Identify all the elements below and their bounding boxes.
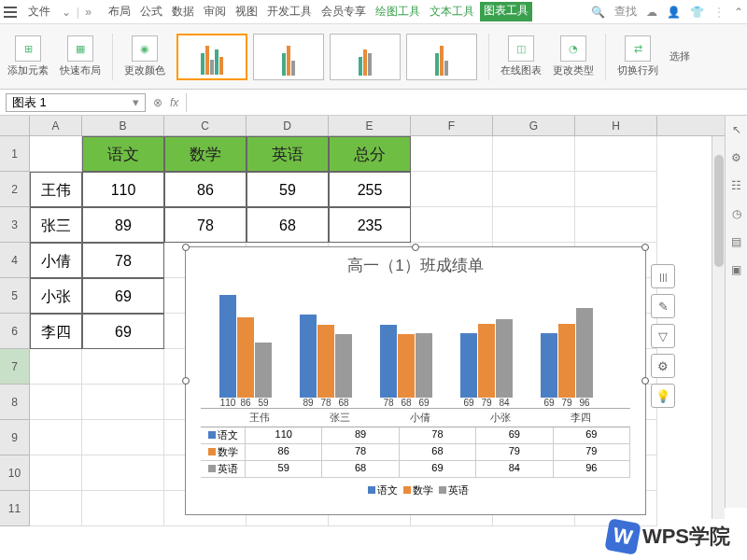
side-panel: ↖ ⚙ ☷ ◷ ▤ ▣ (725, 116, 747, 508)
embedded-chart[interactable]: 高一（1）班成绩单 110865989786878686969798469799… (185, 246, 646, 515)
chart-plot-area[interactable]: 1108659897868786869697984697996 (201, 284, 630, 409)
analysis-icon[interactable]: ▤ (729, 235, 744, 250)
chart-idea-button[interactable]: 💡 (651, 384, 675, 408)
tab-texttools[interactable]: 文本工具 (426, 2, 478, 21)
tab-layout[interactable]: 布局 (105, 2, 134, 21)
file-menu[interactable]: 文件 (22, 2, 56, 21)
select-data-button[interactable]: 选择 (669, 49, 690, 63)
search-icon[interactable]: 🔍 (591, 6, 605, 19)
tab-review[interactable]: 审阅 (200, 2, 230, 21)
chart-filter-button[interactable]: ▽ (651, 324, 675, 348)
formula-bar: 图表 1▾ ⊗ fx (0, 90, 747, 116)
chart-style-3[interactable] (330, 34, 401, 80)
swap-rowcol-button[interactable]: ⇄切换行列 (617, 35, 658, 77)
skin-icon[interactable]: 👕 (690, 6, 704, 19)
vertical-scrollbar[interactable] (712, 136, 725, 519)
quick-layout-button[interactable]: ▦快速布局 (60, 35, 101, 77)
chevron-down-icon[interactable]: ⌄ (62, 6, 71, 19)
user-icon[interactable]: 👤 (667, 6, 681, 19)
tab-drawtools[interactable]: 绘图工具 (372, 2, 424, 21)
ribbon: ⊞添加元素 ▦快速布局 ◉更改颜色 ◫在线图表 ◔更改类型 ⇄切换行列 选择 (0, 24, 747, 90)
cancel-icon[interactable]: ⊗ (153, 96, 162, 109)
chart-legend[interactable]: 语文数学英语 (186, 480, 645, 501)
online-chart-button[interactable]: ◫在线图表 (500, 35, 542, 77)
chart-settings-button[interactable]: ⚙ (651, 354, 675, 378)
tab-formula[interactable]: 公式 (136, 2, 166, 21)
change-colors-button[interactable]: ◉更改颜色 (124, 35, 165, 77)
row-headers[interactable]: 1234567891011 (0, 136, 30, 526)
properties-icon[interactable]: ☷ (729, 179, 744, 194)
collapse-icon[interactable]: ⌃ (734, 6, 743, 19)
chart-elements-button[interactable]: ⫼ (651, 264, 675, 288)
wps-watermark: WWPS学院 (607, 521, 730, 553)
add-element-button[interactable]: ⊞添加元素 (7, 35, 49, 77)
chart-float-buttons: ⫼ ✎ ▽ ⚙ 💡 (651, 264, 675, 408)
chart-data-table: 语文11089786969数学8678687979英语5968698496 (201, 427, 630, 478)
settings-icon[interactable]: ⚙ (729, 151, 744, 166)
search-label[interactable]: 查找 (614, 4, 637, 20)
tab-member[interactable]: 会员专享 (317, 2, 370, 21)
chart-styles-button[interactable]: ✎ (651, 294, 675, 318)
cloud-icon[interactable]: ☁ (646, 6, 657, 19)
chart-style-2[interactable] (253, 34, 324, 80)
name-box[interactable]: 图表 1▾ (6, 93, 146, 112)
titlebar: 文件 ⌄ |» 布局 公式 数据 审阅 视图 开发工具 会员专享 绘图工具 文本… (0, 0, 747, 24)
select-all-corner[interactable] (0, 116, 30, 136)
tab-view[interactable]: 视图 (232, 2, 261, 21)
formula-input[interactable] (186, 93, 741, 112)
ribbon-tabs: 布局 公式 数据 审阅 视图 开发工具 会员专享 绘图工具 文本工具 图表工具 (105, 2, 532, 21)
tab-data[interactable]: 数据 (168, 2, 198, 21)
save-icon[interactable]: ▣ (729, 263, 744, 278)
chart-style-1[interactable] (176, 34, 247, 80)
tab-charttools[interactable]: 图表工具 (480, 2, 532, 21)
chart-style-4[interactable] (406, 34, 477, 80)
cursor-icon[interactable]: ↖ (729, 123, 744, 138)
fx-icon[interactable]: fx (170, 96, 178, 109)
chart-category-labels: 王伟张三小倩小张李四 (201, 411, 630, 425)
chart-title[interactable]: 高一（1）班成绩单 (186, 247, 645, 284)
column-headers[interactable]: ABCDEFGH (30, 116, 725, 136)
menu-icon[interactable] (4, 7, 17, 18)
tab-dev[interactable]: 开发工具 (263, 2, 316, 21)
chart-style-gallery (176, 34, 477, 80)
refresh-icon[interactable]: ◷ (729, 207, 744, 222)
change-type-button[interactable]: ◔更改类型 (553, 35, 594, 77)
